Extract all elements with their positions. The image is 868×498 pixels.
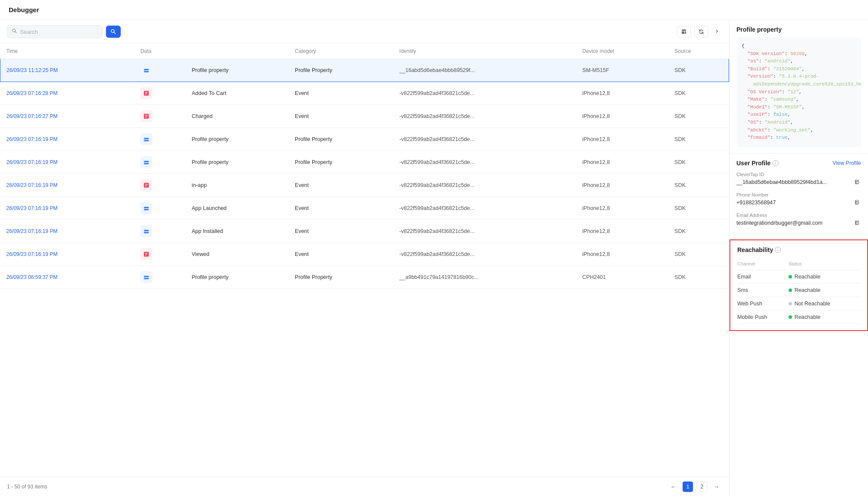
channel-status: Not Reachable [789,297,860,310]
cell-category: Event [289,105,393,128]
cell-category: Event [289,220,393,243]
channel-name: Sms [737,283,789,297]
cell-time: 26/09/23 11:12:25 PM [0,59,135,82]
toolbar [0,20,729,44]
reachability-header: Reachability i [737,246,860,253]
cell-device: iPhone12,8 [576,151,668,174]
app-title: Debugger [9,6,39,13]
status-label: Reachable [795,287,821,293]
property-section: Profile property { "SDK Version": 50200,… [729,20,868,154]
reachability-row: Mobile Push Reachable [737,310,860,324]
table-row[interactable]: 26/09/23 07:16:19 PM in-app Event -v822f… [0,174,729,197]
email-value: testintegrationdrbugger@gmail.com [736,220,822,226]
table-row[interactable]: 26/09/23 07:16:19 PM App Installed Event… [0,220,729,243]
clevertap-id-field: CleverTap ID __16abd5d6ebae4bbb89529f4bd… [736,172,861,187]
reachability-info-icon[interactable]: i [775,247,781,253]
cell-identity: -v822f599ab2ad4f36821c5de... [393,105,576,128]
cell-source: SDK [668,59,729,82]
toolbar-right [677,26,722,38]
collapse-button[interactable] [712,26,722,38]
status-label: Reachable [795,274,821,280]
cell-data-label: App Launched [185,197,289,220]
phone-value: +918823568947 [736,200,776,206]
col-time: Time [0,44,135,59]
cell-source: SDK [668,220,729,243]
columns-button[interactable] [677,26,691,37]
copy-phone-button[interactable] [853,198,861,207]
cell-identity: -v822f599ab2ad4f36821c5de... [393,82,576,105]
json-view: { "SDK Version": 50200, "os": "android",… [736,37,861,147]
channel-name: Web Push [737,297,789,310]
pagination-next[interactable]: → [711,482,722,492]
cell-time: 26/09/23 07:16:28 PM [0,82,135,105]
cell-data-label: in-app [185,174,289,197]
cell-time: 26/09/23 07:16:19 PM [0,174,135,197]
cell-data-icon [134,82,185,105]
table-row[interactable]: 26/09/23 06:59:37 PM Profile property Pr… [0,266,729,289]
table-row[interactable]: 26/09/23 07:16:19 PM Profile property Pr… [0,151,729,174]
cell-time: 26/09/23 07:16:19 PM [0,128,135,151]
table-row[interactable]: 26/09/23 07:16:19 PM App Launched Event … [0,197,729,220]
copy-email-button[interactable] [853,219,861,228]
cell-data-label: Profile property [185,151,289,174]
status-label: Not Reachable [795,301,831,307]
pagination-page-1[interactable]: 1 [683,482,693,492]
cell-device: CPH2401 [576,266,668,289]
cell-data-icon [134,243,185,266]
cell-identity: -v822f599ab2ad4f36821c5de... [393,151,576,174]
cell-time: 26/09/23 07:16:19 PM [0,243,135,266]
cell-identity: -v822f599ab2ad4f36821c5de... [393,220,576,243]
cell-identity: -v822f599ab2ad4f36821c5de... [393,174,576,197]
cell-source: SDK [668,82,729,105]
reachability-section: Reachability i Channel Status Email Reac… [729,239,868,331]
email-label: Email Address [736,213,861,218]
cell-identity: -v822f599ab2ad4f36821c5de... [393,243,576,266]
cell-data-icon [134,59,185,82]
cell-category: Profile Property [289,59,393,82]
pagination-prev[interactable]: ← [668,482,679,492]
cell-category: Event [289,174,393,197]
cell-data-label: App Installed [185,220,289,243]
cell-data-icon [134,151,185,174]
cell-device: iPhone12,8 [576,220,668,243]
cell-data-icon [134,197,185,220]
clevertap-id-value: __16abd5d6ebae4bbb89529f4bd1a... [736,179,827,185]
table-row[interactable]: 26/09/23 07:16:19 PM Viewed Event -v822f… [0,243,729,266]
reachability-row: Email Reachable [737,270,860,283]
cell-identity: __16abd5d6ebae4bbb89529f... [393,59,576,82]
table-row[interactable]: 26/09/23 07:16:27 PM Charged Event -v822… [0,105,729,128]
reachability-table: Channel Status Email Reachable Sms Reach… [737,259,860,324]
copy-clevertap-id-button[interactable] [853,178,861,187]
events-table: Time Data Category Identity Device model… [0,44,729,289]
user-profile-title: User Profile i [736,160,779,167]
table-row[interactable]: 26/09/23 07:16:28 PM Added To Cart Event… [0,82,729,105]
cell-device: iPhone12,8 [576,243,668,266]
app-header: Debugger [0,0,868,20]
status-dot [789,288,792,292]
cell-data-icon [134,105,185,128]
cell-device: iPhone12,8 [576,82,668,105]
status-dot [789,275,792,278]
view-profile-button[interactable]: View Profile [832,160,861,166]
cell-time: 26/09/23 07:16:27 PM [0,105,135,128]
user-profile-info-icon[interactable]: i [772,160,779,166]
table-row[interactable]: 26/09/23 11:12:25 PM Profile property Pr… [0,59,729,82]
reachability-title: Reachability [737,246,773,253]
table-row[interactable]: 26/09/23 07:16:19 PM Profile property Pr… [0,128,729,151]
cell-category: Profile Property [289,266,393,289]
pagination-page-2[interactable]: 2 [696,482,707,492]
cell-source: SDK [668,243,729,266]
refresh-button[interactable] [694,26,708,37]
cell-category: Profile Property [289,128,393,151]
search-input[interactable] [20,29,98,35]
cell-data-icon [134,174,185,197]
search-button[interactable] [106,26,121,38]
cell-source: SDK [668,105,729,128]
cell-source: SDK [668,128,729,151]
status-dot [789,302,792,305]
channel-col-header: Channel [737,259,789,270]
search-container [7,25,102,38]
col-source: Source [668,44,729,59]
cell-data-label: Profile property [185,266,289,289]
cell-data-icon [134,128,185,151]
